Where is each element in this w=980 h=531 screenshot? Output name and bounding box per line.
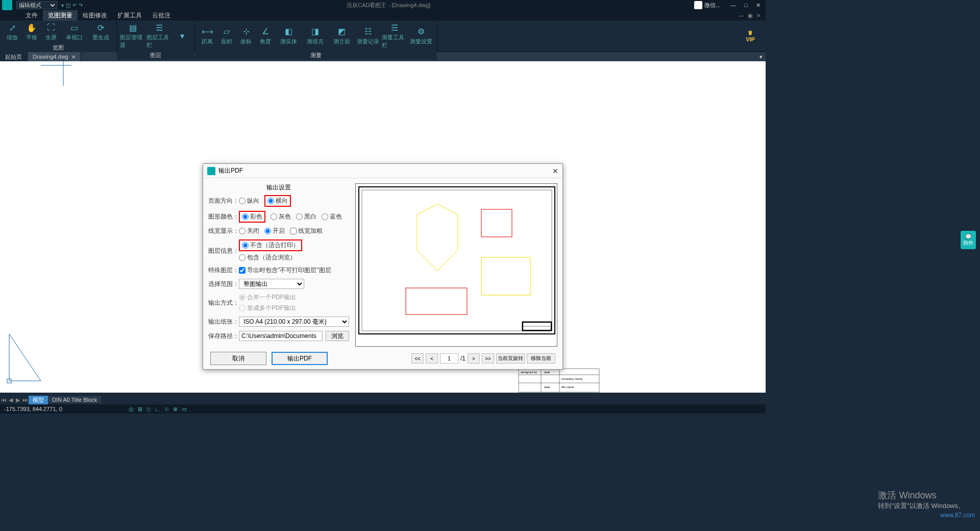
crown-icon: ♛	[748, 30, 753, 36]
menu-item-1[interactable]: 览图测量	[43, 10, 78, 21]
dialog-titlebar: 输出PDF ✕	[203, 164, 562, 178]
measure-settings-icon: ⚙	[416, 27, 426, 37]
radio-bw[interactable]: 黑白	[296, 212, 316, 221]
ribbon-area[interactable]: ▱面积	[217, 22, 236, 49]
ribbon-measure-record[interactable]: ☷测量记录	[355, 22, 381, 49]
ribbon-measure-fill[interactable]: ◨测填充	[302, 22, 328, 49]
ribbon-single-viewport[interactable]: ▭单视口	[61, 22, 87, 41]
status-icon[interactable]: ▭	[182, 406, 187, 413]
layout-tab-item[interactable]: DIN A0 Title Block	[48, 396, 101, 403]
menu-item-3[interactable]: 扩展工具	[112, 10, 147, 21]
subwin-restore[interactable]: ▣	[748, 13, 752, 18]
ribbon-angle[interactable]: ∠角度	[256, 22, 275, 49]
mode-select[interactable]: 编辑模式	[16, 1, 57, 9]
doc-tab-0[interactable]: 起始页	[0, 52, 28, 62]
svg-text:date: date	[544, 385, 550, 389]
status-icon[interactable]: ⊕	[173, 406, 178, 413]
maximize-button[interactable]: □	[744, 2, 748, 9]
wechat-login[interactable]: 微信...	[694, 1, 720, 9]
pager-first[interactable]: <<	[411, 353, 424, 364]
qat-icon[interactable]: ↷	[79, 3, 83, 8]
layout-nav-first[interactable]: ⏮	[0, 397, 7, 403]
radio-merge: 合并一个PDF输出	[239, 293, 296, 302]
menu-item-4[interactable]: 云批注	[147, 10, 176, 21]
layout-tab-model[interactable]: 模型	[29, 396, 48, 404]
radio-layer-include[interactable]: 包含（适合浏览）	[239, 253, 296, 262]
checkbox-special-layer[interactable]: 导出时包含"不可打印图层"图层	[239, 266, 331, 275]
section-title: 输出设置	[208, 183, 349, 192]
ribbon-fullscreen[interactable]: ⛶全屏	[42, 22, 60, 41]
checkbox-lw-bold[interactable]: 线宽加粗	[290, 227, 323, 235]
window-title: 浩辰CAD看图王 - [Drawing4.dwg]	[83, 2, 694, 9]
layer-more-icon: ▾	[177, 31, 187, 41]
status-icon[interactable]: ∟	[155, 406, 160, 413]
pager-next[interactable]: >	[468, 353, 480, 364]
ribbon-regenerate[interactable]: ⟳重生成	[88, 22, 113, 41]
ribbon-measure-elevation[interactable]: ◩测立面	[329, 22, 354, 49]
ribbon-coord[interactable]: ⊹坐标	[237, 22, 255, 49]
subwin-close[interactable]: ✕	[756, 13, 761, 18]
close-icon[interactable]: ✕	[71, 54, 76, 60]
pager-last[interactable]: >>	[482, 353, 494, 364]
menu-item-0[interactable]: 文件	[20, 10, 43, 21]
qat-icon[interactable]: ◫	[66, 3, 70, 8]
ribbon-zoom[interactable]: ⤢缩放	[3, 22, 21, 41]
radio-gray[interactable]: 灰色	[271, 212, 291, 221]
measure-toolbar-icon: ☰	[389, 22, 400, 33]
ribbon-group-label: 图层	[117, 51, 194, 60]
measure-elevation-icon: ◩	[336, 27, 347, 37]
status-icon[interactable]: ◎	[129, 406, 134, 413]
tabs-dropdown[interactable]: ▾	[760, 54, 763, 60]
ribbon-measure-toolbar[interactable]: ☰测量工具栏	[382, 22, 407, 49]
status-icon[interactable]: ◇	[146, 406, 151, 413]
ribbon-distance[interactable]: ⟷距离	[198, 22, 216, 49]
menu-item-2[interactable]: 绘图修改	[78, 10, 112, 21]
ribbon-pan[interactable]: ✋平移	[22, 22, 41, 41]
subwin-minimize[interactable]: —	[739, 13, 744, 18]
dialog-close-button[interactable]: ✕	[552, 167, 558, 175]
preview-area	[355, 183, 557, 347]
titlebar: 编辑模式 ▾ ◫ ↶ ↷ 浩辰CAD看图王 - [Drawing4.dwg] 微…	[0, 0, 766, 10]
select-range[interactable]: 整图输出	[239, 279, 304, 289]
pager-total: /1	[460, 355, 465, 362]
layout-nav-prev[interactable]: ◀	[7, 397, 14, 403]
ribbon-layer-manager[interactable]: ▤图层管理器	[120, 22, 145, 49]
drawing-canvas[interactable]: designed by date company name date file …	[0, 61, 766, 395]
ribbon-layer-toolbar[interactable]: ☰图层工具栏	[146, 22, 172, 49]
radio-landscape[interactable]: 横向	[267, 197, 288, 205]
radio-split: 形成多个PDF输出	[239, 304, 296, 312]
radio-lw-on[interactable]: 开启	[264, 227, 285, 235]
pager-rotate[interactable]: 当前页旋转	[496, 353, 525, 364]
pager-remove[interactable]: 移除当前	[527, 353, 555, 364]
status-icon[interactable]: ⊹	[164, 406, 169, 413]
ribbon-measure-entity[interactable]: ◧测实体	[276, 22, 301, 49]
label-orient: 页面方向：	[208, 197, 239, 205]
export-button[interactable]: 输出PDF	[272, 352, 328, 365]
status-icon[interactable]: ⊞	[138, 406, 142, 413]
ribbon-measure-settings[interactable]: ⚙测量设置	[408, 22, 434, 49]
close-button[interactable]: ✕	[756, 2, 761, 9]
layout-nav-next[interactable]: ▶	[14, 397, 21, 403]
vip-badge[interactable]: ♛ VIP	[735, 20, 766, 52]
cancel-button[interactable]: 取消	[210, 352, 266, 365]
pager-page-input[interactable]	[440, 353, 458, 364]
radio-blue[interactable]: 蓝色	[322, 212, 342, 221]
qat-icon[interactable]: ▾	[61, 3, 64, 8]
browse-button[interactable]: 浏览	[326, 331, 349, 341]
layer-manager-icon: ▤	[128, 22, 138, 33]
qat-icon[interactable]: ↶	[72, 3, 77, 8]
layout-nav-last[interactable]: ⏭	[21, 397, 29, 403]
doc-tab-1[interactable]: Drawing4.dwg✕	[28, 52, 81, 62]
input-save-path[interactable]	[239, 331, 323, 341]
radio-color[interactable]: 彩色	[242, 212, 262, 221]
label-range: 选择范围：	[208, 280, 239, 288]
pager-prev[interactable]: <	[426, 353, 438, 364]
select-paper[interactable]: ISO A4 (210.00 x 297.00 毫米)	[239, 317, 349, 327]
ribbon-layer-more[interactable]: ▾	[173, 22, 191, 49]
radio-lw-off[interactable]: 关闭	[239, 227, 259, 235]
minimize-button[interactable]: —	[730, 2, 736, 9]
label-output-mode: 输出方式：	[208, 299, 239, 307]
radio-layer-exclude[interactable]: 不含（适合打印）	[242, 241, 299, 250]
svg-rect-18	[0, 393, 766, 395]
radio-portrait[interactable]: 纵向	[239, 197, 259, 205]
